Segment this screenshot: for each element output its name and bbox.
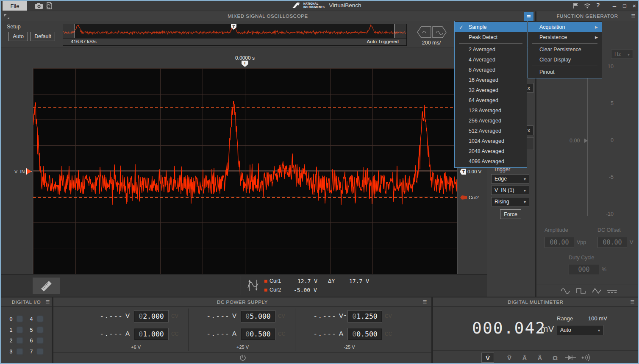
cursor2-marker[interactable]: Cur2 <box>460 195 479 200</box>
scope-region: 0.0000 s T V_IN T 0.00 V Cur2 <box>1 48 487 297</box>
submenu-item-256-averaged[interactable]: 256 Averaged <box>455 116 527 126</box>
preview-window-left-edge[interactable] <box>75 24 75 38</box>
trigger-type-dropdown[interactable]: Edge▾ <box>491 174 529 183</box>
menu-item-persistence[interactable]: Persistence▶ <box>528 32 602 42</box>
ch3-voltage-input[interactable]: 01.250 <box>348 311 382 322</box>
dio-menu-button[interactable]: ≡ <box>45 298 50 306</box>
ch1-current-input[interactable]: 01.000 <box>134 328 168 340</box>
timebase-expand-button[interactable] <box>417 26 431 38</box>
menu-item-clear-persistence[interactable]: Clear Persistence <box>528 44 602 55</box>
freq-unit-dropdown[interactable]: Hz▾ <box>611 50 633 59</box>
dcps-power-button[interactable] <box>239 354 247 361</box>
dc-offset-input[interactable]: 00.00 <box>597 237 627 248</box>
dmm-mode-dc-current[interactable]: Ā <box>520 353 530 362</box>
dmm-mode-continuity[interactable] <box>581 354 592 361</box>
dmm-mode-dc-voltage[interactable]: V̄ <box>481 353 494 363</box>
mso-panel-header: MIXED SIGNAL OSCILLOSCOPE ≡ <box>1 11 535 21</box>
submenu-item-16-averaged[interactable]: 16 Averaged <box>455 75 527 85</box>
ch3-voltage-readout: -.--- <box>310 312 336 320</box>
maximize-button[interactable]: □ <box>620 1 629 10</box>
dio-line-0: 0 <box>8 316 14 322</box>
submenu-item-2-averaged[interactable]: 2 Averaged <box>455 44 527 55</box>
dmm-mode-diode[interactable] <box>564 354 576 361</box>
camera-icon[interactable] <box>35 3 43 9</box>
dmm-menu-button[interactable]: ≡ <box>630 298 635 306</box>
flag-icon[interactable] <box>573 3 579 9</box>
dio-indicator-0[interactable] <box>17 316 22 322</box>
dio-indicator-2[interactable] <box>17 338 22 343</box>
submenu-item-8-averaged[interactable]: 8 Averaged <box>455 65 527 75</box>
plot-trigger-time-marker[interactable]: T <box>242 61 248 67</box>
trigger-slope-dropdown[interactable]: Rising▾ <box>491 197 529 206</box>
app-title: VirtualBench <box>329 2 361 8</box>
wifi-icon[interactable] <box>583 3 591 8</box>
fg-icon-divider <box>536 284 638 284</box>
submenu-item-64-averaged[interactable]: 64 Averaged <box>455 95 527 106</box>
ch1-voltage-input[interactable]: 02.000 <box>134 311 168 322</box>
amplitude-input[interactable]: 00.00 <box>545 237 574 248</box>
dio-indicator-5[interactable] <box>37 327 43 333</box>
dmm-mode-ac-voltage[interactable]: Ṽ <box>504 353 514 362</box>
auto-setup-button[interactable]: Auto <box>8 32 28 41</box>
cursor-measure-button[interactable] <box>246 276 260 295</box>
submenu-item-4-averaged[interactable]: 4 Averaged <box>455 55 527 65</box>
chevron-down-icon: ▾ <box>524 188 526 193</box>
dio-indicator-4[interactable] <box>37 316 43 322</box>
minimize-button[interactable]: – <box>610 1 619 10</box>
channel-offset-marker[interactable] <box>26 168 32 175</box>
submenu-item-sample[interactable]: ✓Sample <box>455 22 527 32</box>
sine-wave-icon[interactable] <box>560 287 570 295</box>
help-button[interactable]: ? <box>596 2 600 8</box>
dio-header: DIGITAL I/O ≡ <box>1 297 52 307</box>
submenu-item-peak-detect[interactable]: Peak Detect <box>455 32 527 42</box>
fg-menu-button[interactable]: ≡ <box>631 12 636 19</box>
fg-slider-thumb[interactable] <box>584 139 588 143</box>
ch2-voltage-input[interactable]: 05.000 <box>241 311 275 322</box>
dio-indicator-7[interactable] <box>37 349 43 354</box>
dmm-range-dropdown[interactable]: Auto▾ <box>557 325 603 335</box>
preview-window-right-edge[interactable] <box>395 24 395 38</box>
mso-panel-title: MIXED SIGNAL OSCILLOSCOPE <box>228 14 308 19</box>
preview-status-strip: 416.67 kS/s Auto Triggered <box>63 38 406 45</box>
resize-panel-icon[interactable] <box>4 14 10 19</box>
cursor-bar-divider <box>241 276 241 295</box>
dmm-mode-ac-current[interactable]: Ã <box>535 353 545 362</box>
dio-indicator-6[interactable] <box>37 338 43 343</box>
triangle-wave-icon[interactable] <box>592 287 602 295</box>
trigger-level-flag: T <box>460 169 466 175</box>
submenu-item-32-averaged[interactable]: 32 Averaged <box>455 85 527 95</box>
dio-indicator-3[interactable] <box>17 349 22 354</box>
default-setup-button[interactable]: Default <box>31 32 55 41</box>
dcps-menu-button[interactable]: ≡ <box>422 298 427 306</box>
close-button[interactable]: × <box>631 1 638 10</box>
submenu-item-128-averaged[interactable]: 128 Averaged <box>455 106 527 116</box>
trigger-force-button[interactable]: Force <box>500 209 521 219</box>
ruler-tool-button[interactable] <box>33 278 60 294</box>
submenu-item-512-averaged[interactable]: 512 Averaged <box>455 126 527 136</box>
timebase-compress-button[interactable] <box>432 26 447 38</box>
dmm-mode-resistance[interactable]: Ω <box>550 353 560 362</box>
export-report-icon[interactable] <box>46 2 53 10</box>
duty-cycle-input[interactable]: 000 <box>569 264 599 275</box>
ch3-current-input[interactable]: 00.500 <box>348 328 382 340</box>
menu-item-clear-display[interactable]: Clear Display <box>528 55 602 65</box>
continuity-icon <box>581 354 592 361</box>
square-wave-icon[interactable] <box>576 287 586 295</box>
app-brand: NATIONAL INSTRUMENTS VirtualBench <box>292 2 361 9</box>
trigger-source-dropdown[interactable]: V_IN (1)▾ <box>491 186 529 195</box>
dio-indicator-1[interactable] <box>17 327 22 333</box>
submenu-item-4096-averaged[interactable]: 4096 Averaged <box>455 156 527 167</box>
file-menu-button[interactable]: File <box>3 1 27 11</box>
mso-menu-button[interactable]: ≡ <box>524 12 533 21</box>
dmm-range-label: Range <box>557 315 573 322</box>
ch2-current-input[interactable]: 00.500 <box>241 328 275 340</box>
menu-item-pinout[interactable]: Pinout <box>528 67 602 77</box>
dc-wave-icon[interactable] <box>606 287 618 295</box>
submenu-item-2048-averaged[interactable]: 2048 Averaged <box>455 146 527 156</box>
submenu-item-1024-averaged[interactable]: 1024 Averaged <box>455 136 527 146</box>
menu-item-acquisition[interactable]: Acquisition▶ <box>528 22 602 32</box>
dcps-channel-1: -.--- V 02.000 CV -.--- A 01.000 CC +6 V <box>97 308 188 351</box>
trigger-level-marker[interactable]: T 0.00 V <box>460 169 481 175</box>
time-offset-label: 0.0000 s <box>203 55 287 61</box>
duty-cycle-label: Duty Cycle <box>569 255 594 261</box>
